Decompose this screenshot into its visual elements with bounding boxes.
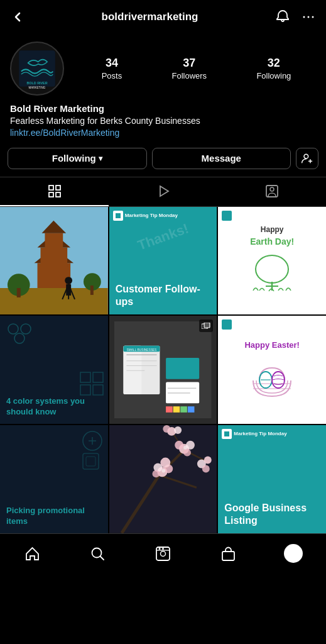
grid-cell-easter[interactable]: Happy Easter! [218,316,326,424]
svg-point-22 [65,277,72,284]
top-nav-icons [274,9,316,25]
back-button[interactable] [10,9,25,25]
svg-rect-54 [166,406,173,413]
marketing-tip-badge-1: Marketing Tip Monday [125,213,178,218]
svg-rect-98 [222,552,234,560]
svg-rect-10 [56,192,60,197]
svg-point-85 [202,465,210,472]
home-icon [24,545,41,562]
nav-profile[interactable] [280,540,307,567]
tab-bar [0,177,326,207]
grid-cell-promo[interactable]: Picking promotional items [0,425,108,533]
profile-name: Bold River Marketing [10,103,316,114]
marketing-tip-badge-2: Marketing Tip Monday [234,431,286,436]
following-button[interactable]: Following ▾ [8,148,147,169]
svg-point-34 [8,324,18,334]
nav-shop[interactable] [214,540,242,567]
svg-rect-30 [90,286,94,295]
nav-reels[interactable] [149,540,177,567]
svg-point-97 [162,548,164,550]
stats-row: 34 Posts 37 Followers 32 Following [77,57,316,80]
action-buttons: Following ▾ Message [0,145,326,177]
photo-grid: Marketing Tip Monday Thanks! Customer Fo… [0,207,326,533]
following-stat[interactable]: 32 Following [256,57,291,80]
avatar-logo: BOLD RIVER MARKETING [10,42,64,96]
svg-rect-56 [180,406,187,413]
svg-rect-68 [109,425,217,533]
nav-home[interactable] [19,540,46,567]
tag-person-icon [264,184,280,199]
followup-title: Customer Follow-ups [116,283,211,308]
notifications-button[interactable] [274,9,291,25]
more-options-button[interactable] [301,9,316,25]
grid-cell-flowers[interactable] [109,425,217,533]
tab-reels[interactable] [109,177,217,206]
posts-label: Posts [102,71,122,80]
followers-count: 37 [183,57,195,70]
profile-username: boldrivermarketing [102,11,198,23]
svg-rect-37 [80,372,90,382]
add-friend-button[interactable] [296,148,318,169]
svg-rect-38 [93,372,103,382]
message-button[interactable]: Message [152,148,291,169]
person-plus-icon [301,152,313,165]
svg-text:BOLD RIVER: BOLD RIVER [26,81,47,85]
shop-icon [220,545,237,562]
svg-point-90 [183,446,187,450]
easter-title: Happy Easter! [244,340,299,350]
svg-rect-59 [204,323,210,328]
profile-link[interactable]: linktr.ee/BoldRiverMarketing [10,128,316,138]
bottom-nav [0,533,326,574]
bio-section: Bold River Marketing Fearless Marketing … [0,101,326,145]
search-icon [89,545,106,562]
grid-cell-colorsystems[interactable]: 4 color systems you should know [0,316,108,424]
nav-search[interactable] [84,540,112,567]
svg-point-0 [303,16,305,18]
profile-header: BOLD RIVER MARKETING 34 Posts 37 Followe… [0,34,326,101]
svg-point-87 [174,426,182,434]
svg-point-81 [175,441,183,450]
avatar[interactable]: BOLD RIVER MARKETING [10,42,64,96]
svg-rect-40 [93,385,103,395]
tab-grid[interactable] [0,177,109,206]
profile-avatar [284,544,303,563]
svg-rect-66 [83,453,99,469]
svg-rect-57 [188,406,195,413]
svg-point-77 [160,458,170,468]
svg-rect-50 [166,358,199,379]
googlelisting-title: Google Business Listing [224,502,320,527]
svg-point-89 [161,469,165,472]
svg-point-6 [304,154,308,158]
grid-cell-brochure[interactable]: SMALL BUSINESSES [109,316,217,424]
grid-cell-googlelisting[interactable]: Marketing Tip Monday Google Business Lis… [218,425,326,533]
svg-rect-7 [49,186,53,190]
svg-point-78 [152,470,160,477]
svg-point-13 [270,187,274,191]
grid-cell-followup[interactable]: Marketing Tip Monday Thanks! Customer Fo… [109,207,217,315]
posts-stat[interactable]: 34 Posts [102,57,122,80]
followers-stat[interactable]: 37 Followers [171,57,207,80]
grid-cell-earthday[interactable]: Happy Earth Day! [218,207,326,315]
followers-label: Followers [171,71,207,80]
svg-point-96 [158,548,160,550]
following-label: Following [256,71,291,80]
svg-point-35 [21,324,31,334]
svg-text:SMALL BUSINESSES: SMALL BUSINESSES [127,348,157,352]
top-nav: boldrivermarketing [0,0,326,34]
chevron-down-icon: ▾ [99,154,102,163]
svg-marker-11 [160,186,168,196]
svg-rect-20 [45,233,63,248]
tab-tagged[interactable] [217,177,326,206]
svg-point-80 [186,441,195,450]
following-count: 32 [268,57,280,70]
svg-rect-55 [173,406,180,413]
svg-rect-67 [86,457,95,466]
svg-point-31 [256,255,288,283]
promo-title: Picking promotional items [6,506,102,527]
svg-point-88 [163,425,170,433]
grid-cell-pagoda[interactable] [0,207,108,315]
svg-rect-18 [40,247,67,266]
svg-point-94 [160,551,165,556]
svg-rect-28 [17,288,21,297]
svg-rect-16 [38,263,71,288]
